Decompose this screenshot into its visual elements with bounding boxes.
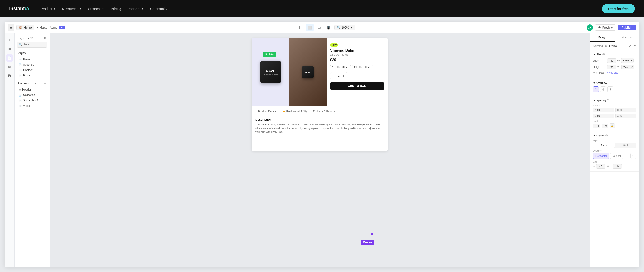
width-input[interactable] [607,58,616,63]
tab-product-details[interactable]: Product Details [255,109,279,115]
pro-badge: PRO [59,26,66,29]
height-input[interactable] [607,65,616,69]
spacing-lock-button[interactable]: 🔒 [610,123,615,128]
overflow-visible-button[interactable]: ⊙ [593,86,599,92]
zoom-selector[interactable]: 🔍 100% ▼ [334,25,355,30]
size-option-30ml[interactable]: 1 FL OZ • 30 ML [330,65,351,69]
product-tabs: Product Details ★ Reviews (4.4 / 5) Deli… [252,106,388,115]
nav-resources[interactable]: Resources ▼ [62,7,82,11]
product-info: NEW Shaving Balm 1 FL OZ • 30 ML $29 1 F… [326,38,388,106]
layouts-header: Layouts ⓘ ✕ [14,33,50,42]
main-area: ☰ 🏠 Home ● Maison Acme PRO 🖥 ⬜ ▭ 📱 🔍 [0,17,644,272]
sidebar-item-contact[interactable]: 📄 Contact [17,67,48,73]
section-icon: 📄 [18,99,22,102]
gap-v-icon: ↕ [611,165,612,168]
section-arrow-icon: ▼ [593,81,596,84]
sidebar-item-video[interactable]: 📄 Video [17,103,48,109]
overflow-scroll-button[interactable]: ⊗ [608,86,614,92]
add-page-button[interactable]: ＋ [43,51,46,55]
size-info-icon: ⓘ [602,53,604,56]
sidebar-add-button[interactable]: ＋ [6,36,13,43]
preview-button[interactable]: 👁 Preview [595,24,616,30]
topbar-left: ☰ 🏠 Home ● Maison Acme PRO [8,24,65,31]
spacing-right-icon: ⊐ [617,109,619,111]
tab-reviews[interactable]: ★ Reviews (4.4 / 5) [280,109,309,115]
minmax-row: Min · Max + Add size [593,71,636,74]
add-to-bag-button[interactable]: ADD TO BAG [330,82,384,90]
spacing-inside-h: ↔ 4 [593,124,600,128]
nav-partners[interactable]: Partners ▼ [128,7,144,11]
direction-vertical-button[interactable]: Vertical [610,153,623,159]
section-arrow-icon: ▼ [593,53,596,56]
right-panel-tabs: Design Interaction [590,33,640,42]
sidebar-item-collection[interactable]: 📄 Collection [17,92,48,98]
sidebar-assets-button[interactable]: 🖼 [6,72,13,80]
section-icon: ▭ [18,88,21,91]
tab-interaction[interactable]: Interaction [615,33,640,42]
sidebar-components-button[interactable]: ⊞ [6,63,13,71]
gap-horizontal-input[interactable] [596,164,605,169]
sidebar-layers-button[interactable]: ◫ [6,45,13,52]
spacing-around-grid: ⊓ 80 ⊐ 80 ⊔ 80 ⊏ 80 [593,108,636,118]
hamburger-menu-button[interactable]: ☰ [8,24,14,31]
sidebar-item-about[interactable]: 📄 About us [17,62,48,67]
nav-community[interactable]: Community [150,7,167,11]
tab-design[interactable]: Design [590,33,615,42]
width-mode-select[interactable]: FixedFluid [621,58,634,63]
add-size-button[interactable]: + Add size [607,71,618,74]
product-price: $29 [330,58,384,62]
logo[interactable]: instantω [9,6,29,11]
mobile-device-button[interactable]: 📱 [324,24,333,31]
layout-stack-button[interactable]: Stack [593,143,615,148]
height-row: Height VH ViewFixed [593,65,636,69]
overflow-hidden-button[interactable]: ◎ [600,86,606,92]
sidebar-item-home[interactable]: 📄 Home [17,57,48,62]
mobile-wide-device-button[interactable]: ▭ [316,24,323,31]
nav-product[interactable]: Product ▼ [40,7,56,11]
spacing-bottom: ⊔ 80 [593,114,614,118]
visibility-action-button[interactable]: 👁 [632,44,636,48]
direction-horizontal-button[interactable]: Horizontal [593,153,609,159]
spacing-top: ⊓ 80 [593,108,614,112]
avatar-button[interactable]: CH [587,24,593,31]
quantity-increase-button[interactable]: + [342,74,344,78]
nav-pricing[interactable]: Pricing [111,7,121,11]
size-option-60ml[interactable]: 2 FL OZ • 60 ML [352,65,373,69]
sections-group-header[interactable]: Sections ▼ ＋ [17,80,48,87]
publish-button[interactable]: Publish [618,25,636,30]
desktop-device-button[interactable]: 🖥 [296,24,304,31]
canvas-area[interactable]: Robin ▶ WAVE SHAVING BALM [50,33,590,268]
nav-customers[interactable]: Customers [88,7,104,11]
sidebar-item-pricing[interactable]: 📄 Pricing [17,73,48,78]
layouts-close-button[interactable]: ✕ [44,36,46,40]
inside-h-icon: ↔ [594,125,596,127]
sidebar-item-header[interactable]: ▭ Header [17,87,48,92]
start-for-free-button[interactable]: Start for free [602,4,635,13]
gap-link-icon: ⛓ [606,165,609,168]
resources-chevron-icon: ▼ [79,7,82,10]
direction-wrap-button[interactable]: ↩ [630,153,636,159]
size-section: ▼ Size ⓘ Width PX FixedFluid [590,50,640,79]
add-section-button[interactable]: ＋ [43,81,46,86]
search-input[interactable] [23,43,50,46]
gap-vertical-input[interactable] [613,164,622,169]
size-options: 1 FL OZ • 30 ML 2 FL OZ • 60 ML [330,65,384,69]
tablet-device-button[interactable]: ⬜ [306,24,314,31]
height-label: Height [593,66,606,69]
layout-grid-button[interactable]: Grid [615,143,636,148]
sections-collapse-icon: ▼ [35,82,37,85]
tab-delivery-returns[interactable]: Delivery & Returns [310,109,338,115]
pages-group-header[interactable]: Pages ▼ ＋ [17,50,48,57]
nav-items: Product ▼ Resources ▼ Customers Pricing … [40,7,594,11]
reset-action-button[interactable]: ↺ [628,44,632,48]
inside-v-icon: ↕ [604,125,604,127]
size-section-title: ▼ Size ⓘ [593,53,636,56]
sidebar-pages-button[interactable]: 📄 [6,54,13,62]
sidebar-item-social-proof[interactable]: 📄 Social Proof [17,98,48,103]
height-mode-select[interactable]: ViewFixed [621,65,634,69]
search-icon: 🔍 [337,26,340,29]
selected-label: Selected [593,45,603,47]
page-selector[interactable]: 🏠 Home [16,25,34,30]
quantity-decrease-button[interactable]: − [333,74,335,78]
canvas-wrapper: Robin ▶ WAVE SHAVING BALM [252,38,388,263]
